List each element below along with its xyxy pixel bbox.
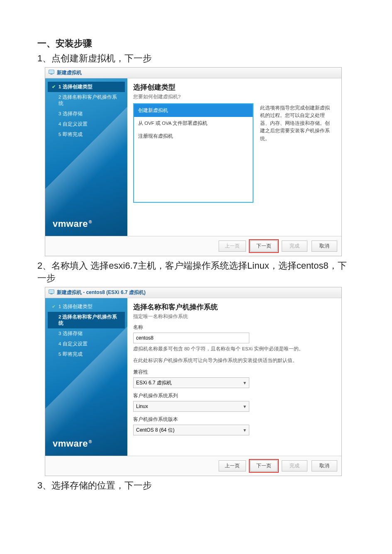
sidebar-step-4[interactable]: 4 自定义设置 bbox=[48, 339, 125, 349]
sidebar-step-1[interactable]: 1 选择创建类型 bbox=[48, 82, 125, 92]
sidebar-step-3-label: 3 选择存储 bbox=[58, 111, 83, 117]
os-version-select[interactable]: CentOS 8 (64 位) bbox=[133, 425, 249, 435]
vm-icon bbox=[49, 69, 54, 76]
sidebar-step-1[interactable]: 1 选择创建类型 bbox=[48, 301, 125, 312]
cancel-button[interactable]: 取消 bbox=[312, 241, 337, 252]
content-title: 选择创建类型 bbox=[133, 83, 336, 92]
option-create-new-vm[interactable]: 创建新虚拟机 bbox=[134, 104, 253, 117]
sidebar-step-5[interactable]: 5 即将完成 bbox=[48, 129, 125, 140]
wizard-footer: 上一页 下一页 完成 取消 bbox=[45, 236, 341, 256]
vm-icon bbox=[49, 289, 54, 296]
os-family-select[interactable]: Linux bbox=[133, 401, 249, 412]
wizard-title: 新建虚拟机 - centos8 (ESXi 6.7 虚拟机) bbox=[57, 289, 146, 296]
sidebar-step-3[interactable]: 3 选择存储 bbox=[48, 109, 125, 119]
wizard-titlebar[interactable]: 新建虚拟机 - centos8 (ESXi 6.7 虚拟机) bbox=[45, 287, 341, 298]
wizard-title: 新建虚拟机 bbox=[57, 69, 82, 76]
sidebar-step-5-label: 5 即将完成 bbox=[58, 351, 83, 357]
compat-select[interactable]: ESXi 6.7 虚拟机 bbox=[133, 377, 249, 388]
back-button[interactable]: 上一页 bbox=[219, 241, 246, 252]
svg-rect-5 bbox=[50, 294, 52, 294]
sidebar-step-1-label: 1 选择创建类型 bbox=[58, 84, 93, 90]
compat-label: 兼容性 bbox=[133, 369, 336, 376]
vmware-logo: vmware® bbox=[45, 432, 127, 456]
content-subtitle: 指定唯一名称和操作系统 bbox=[133, 313, 336, 320]
wizard-sidebar: 1 选择创建类型 2 选择名称和客户机操作系统 3 选择存储 4 自定义设置 5… bbox=[45, 298, 127, 456]
family-label: 客户机操作系统系列 bbox=[133, 392, 336, 399]
back-button[interactable]: 上一页 bbox=[219, 460, 246, 471]
sidebar-step-4[interactable]: 4 自定义设置 bbox=[48, 119, 125, 129]
creation-type-description: 此选项将指导您完成创建新虚拟机的过程。您可以自定义处理器、内存、网络连接和存储。… bbox=[258, 103, 336, 203]
section-heading: 一、安装步骤 bbox=[37, 37, 355, 50]
cancel-button[interactable]: 取消 bbox=[312, 460, 337, 471]
step-2-text: 2、名称填入 选择esxi6.7主机，客户端操作系统选择Linux，选择cent… bbox=[37, 260, 355, 284]
svg-rect-4 bbox=[50, 291, 54, 293]
step-1-text: 1、点创建新虚拟机，下一步 bbox=[37, 52, 355, 65]
option-deploy-ovf[interactable]: 从 OVF 或 OVA 文件部署虚拟机 bbox=[134, 117, 253, 130]
name-label: 名称 bbox=[133, 324, 336, 331]
vmware-logo: vmware® bbox=[45, 212, 127, 236]
svg-rect-1 bbox=[50, 71, 54, 73]
os-hint: 在此处标识客户机操作系统可让向导为操作系统的安装提供适当的默认值。 bbox=[133, 357, 336, 364]
wizard-footer: 上一页 下一页 完成 取消 bbox=[45, 456, 341, 476]
sidebar-step-2[interactable]: 2 选择名称和客户机操作系统 bbox=[48, 92, 125, 109]
wizard-name-os: 新建虚拟机 - centos8 (ESXi 6.7 虚拟机) 1 选择创建类型 … bbox=[45, 287, 342, 476]
next-button[interactable]: 下一页 bbox=[250, 241, 278, 252]
step-3-text: 3、选择存储的位置，下一步 bbox=[37, 479, 355, 492]
name-hint: 虚拟机名称最多可包含 80 个字符，且名称在每个 ESXi 实例中必须是唯一的。 bbox=[133, 345, 336, 352]
wizard-create-vm: 新建虚拟机 1 选择创建类型 2 选择名称和客户机操作系统 3 选择存储 4 自… bbox=[45, 67, 342, 256]
content-subtitle: 您要如何创建虚拟机? bbox=[133, 94, 336, 100]
sidebar-step-4-label: 4 自定义设置 bbox=[58, 121, 88, 127]
svg-rect-2 bbox=[50, 74, 52, 74]
finish-button[interactable]: 完成 bbox=[282, 241, 307, 252]
content-title: 选择名称和客户机操作系统 bbox=[133, 302, 336, 312]
vm-name-input[interactable] bbox=[133, 333, 249, 343]
wizard-titlebar[interactable]: 新建虚拟机 bbox=[45, 68, 341, 78]
creation-type-list[interactable]: 创建新虚拟机 从 OVF 或 OVA 文件部署虚拟机 注册现有虚拟机 bbox=[133, 103, 253, 203]
sidebar-step-5[interactable]: 5 即将完成 bbox=[48, 349, 125, 360]
sidebar-step-3-label: 3 选择存储 bbox=[58, 330, 83, 337]
sidebar-step-4-label: 4 自定义设置 bbox=[58, 341, 88, 347]
sidebar-step-2-label: 2 选择名称和客户机操作系统 bbox=[58, 314, 122, 326]
sidebar-step-3[interactable]: 3 选择存储 bbox=[48, 328, 125, 339]
wizard-content: 选择名称和客户机操作系统 指定唯一名称和操作系统 名称 虚拟机名称最多可包含 8… bbox=[127, 298, 341, 456]
sidebar-step-5-label: 5 即将完成 bbox=[58, 131, 83, 138]
option-register-existing[interactable]: 注册现有虚拟机 bbox=[134, 130, 253, 143]
sidebar-step-2[interactable]: 2 选择名称和客户机操作系统 bbox=[48, 312, 125, 328]
finish-button[interactable]: 完成 bbox=[282, 460, 307, 471]
sidebar-step-2-label: 2 选择名称和客户机操作系统 bbox=[58, 94, 122, 107]
sidebar-step-1-label: 1 选择创建类型 bbox=[58, 304, 93, 310]
next-button[interactable]: 下一页 bbox=[250, 460, 278, 471]
wizard-content: 选择创建类型 您要如何创建虚拟机? 创建新虚拟机 从 OVF 或 OVA 文件部… bbox=[127, 78, 341, 236]
wizard-sidebar: 1 选择创建类型 2 选择名称和客户机操作系统 3 选择存储 4 自定义设置 5… bbox=[45, 78, 127, 236]
version-label: 客户机操作系统版本 bbox=[133, 416, 336, 423]
